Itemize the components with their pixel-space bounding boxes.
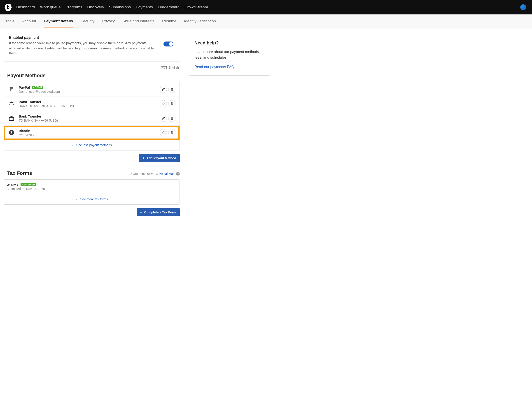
- tab-payment-details[interactable]: Payment details: [44, 14, 73, 28]
- payout-sub: ••••••WNLy: [19, 133, 156, 137]
- payout-methods-card: PayPal ACTIVE Demo_user@bugcrowd.com Ban…: [4, 82, 180, 151]
- help-icon[interactable]: ?: [176, 172, 180, 176]
- svg-text:₿: ₿: [10, 131, 12, 134]
- help-link[interactable]: Read our payments FAQ: [194, 65, 234, 69]
- add-payout-label: Add Payout Method: [147, 156, 176, 160]
- delete-button[interactable]: [168, 129, 176, 136]
- top-nav: b Dashboard Work queue Programs Discover…: [0, 0, 532, 14]
- nav-payments[interactable]: Payments: [136, 5, 153, 9]
- bitcoin-icon: ₿: [8, 130, 15, 135]
- see-less-payout[interactable]: ︿ See less payout methods: [4, 140, 179, 150]
- tab-account[interactable]: Account: [22, 14, 36, 28]
- language-selector[interactable]: A文 English: [4, 66, 180, 69]
- statement-link[interactable]: Postal Mail: [159, 172, 174, 176]
- tab-profile[interactable]: Profile: [4, 14, 14, 28]
- tab-identity[interactable]: Identity verification: [184, 14, 216, 28]
- nav-discovery[interactable]: Discovery: [87, 5, 104, 9]
- help-body: Learn more about our payment methods, fe…: [194, 49, 265, 60]
- sub-nav: Profile Account Payment details Security…: [0, 14, 532, 28]
- svg-text:b: b: [7, 5, 10, 10]
- chevron-down-icon: ﹀: [75, 198, 78, 201]
- payout-sub: TD BANK NA - •••56 (USD): [19, 119, 156, 122]
- nav-programs[interactable]: Programs: [66, 5, 82, 9]
- avatar[interactable]: [520, 4, 526, 10]
- payout-title: Bitcoin: [19, 129, 30, 133]
- payout-methods-heading: Payout Methods: [7, 73, 180, 78]
- nav-leaderboard[interactable]: Leaderboard: [158, 5, 179, 9]
- reviewed-badge: REVIEWED: [20, 183, 36, 186]
- bank-icon: [8, 101, 15, 106]
- nav-work-queue[interactable]: Work queue: [40, 5, 60, 9]
- logo[interactable]: b: [4, 3, 12, 11]
- translate-icon: A文: [161, 66, 167, 69]
- payout-title: Bank Transfer: [19, 114, 41, 118]
- tab-privacy[interactable]: Privacy: [102, 14, 115, 28]
- collapse-label: See less payout methods: [76, 143, 112, 147]
- payout-title: PayPal: [19, 85, 30, 89]
- tax-form-title: W-8IMY: [7, 183, 19, 187]
- delete-button[interactable]: [168, 86, 176, 93]
- payout-row-paypal: PayPal ACTIVE Demo_user@bugcrowd.com: [4, 82, 179, 97]
- tab-skills[interactable]: Skills and interests: [122, 14, 154, 28]
- help-heading: Need help?: [194, 40, 265, 46]
- help-card: Need help? Learn more about our payment …: [189, 35, 270, 76]
- edit-button[interactable]: [160, 115, 167, 122]
- tab-security[interactable]: Security: [81, 14, 94, 28]
- active-badge: ACTIVE: [32, 86, 43, 89]
- payout-sub: Demo_user@bugcrowd.com: [19, 90, 156, 93]
- tax-forms-card: W-8IMY REVIEWED Submitted on Nov 22, 197…: [4, 179, 180, 205]
- see-more-tax[interactable]: ﹀ See more tax forms: [4, 194, 179, 204]
- plus-icon: +: [140, 210, 142, 214]
- chevron-up-icon: ︿: [72, 144, 74, 147]
- bank-icon: [8, 115, 15, 121]
- nav-submissions[interactable]: Submissions: [109, 5, 131, 9]
- plus-icon: +: [142, 156, 144, 160]
- enabled-payment-title: Enabled payment: [9, 36, 158, 40]
- nav-dashboard[interactable]: Dashboard: [16, 5, 35, 9]
- tax-form-sub: Submitted on Nov 22, 1978: [7, 187, 177, 191]
- enabled-payment-block: Enabled payment If for some reason you'd…: [4, 35, 180, 62]
- nav-crowdstream[interactable]: CrowdStream: [185, 5, 208, 9]
- statement-delivery: Statement Delivery: Postal Mail ?: [130, 172, 180, 176]
- payout-title: Bank Transfer: [19, 100, 41, 104]
- complete-tax-button[interactable]: + Complete a Tax Form: [137, 208, 180, 216]
- tax-form-row: W-8IMY REVIEWED Submitted on Nov 22, 197…: [4, 180, 179, 194]
- payout-row-bank-2: Bank Transfer TD BANK NA - •••56 (USD): [4, 111, 179, 126]
- language-label: English: [168, 66, 179, 69]
- paypal-icon: [8, 86, 15, 92]
- payout-sub: BANK OF AMERICA, N.A. - •••63 (USD): [19, 104, 156, 108]
- edit-button[interactable]: [160, 86, 167, 93]
- top-nav-links: Dashboard Work queue Programs Discovery …: [16, 5, 208, 9]
- tax-forms-heading: Tax Forms: [7, 170, 32, 176]
- payout-row-bank-1: Bank Transfer BANK OF AMERICA, N.A. - ••…: [4, 97, 179, 111]
- enabled-payment-toggle[interactable]: [164, 41, 173, 47]
- expand-label: See more tax forms: [80, 197, 108, 201]
- edit-button[interactable]: [160, 129, 167, 136]
- complete-tax-label: Complete a Tax Form: [144, 210, 176, 214]
- delete-button[interactable]: [168, 115, 176, 122]
- payout-row-bitcoin: ₿ Bitcoin ••••••WNLy: [4, 126, 179, 140]
- enabled-payment-desc: If for some reason you'd like to pause p…: [9, 41, 158, 56]
- edit-button[interactable]: [160, 100, 167, 107]
- statement-label: Statement Delivery:: [130, 172, 158, 176]
- delete-button[interactable]: [168, 100, 176, 107]
- add-payout-button[interactable]: + Add Payout Method: [139, 154, 180, 162]
- tab-resume[interactable]: Resume: [162, 14, 176, 28]
